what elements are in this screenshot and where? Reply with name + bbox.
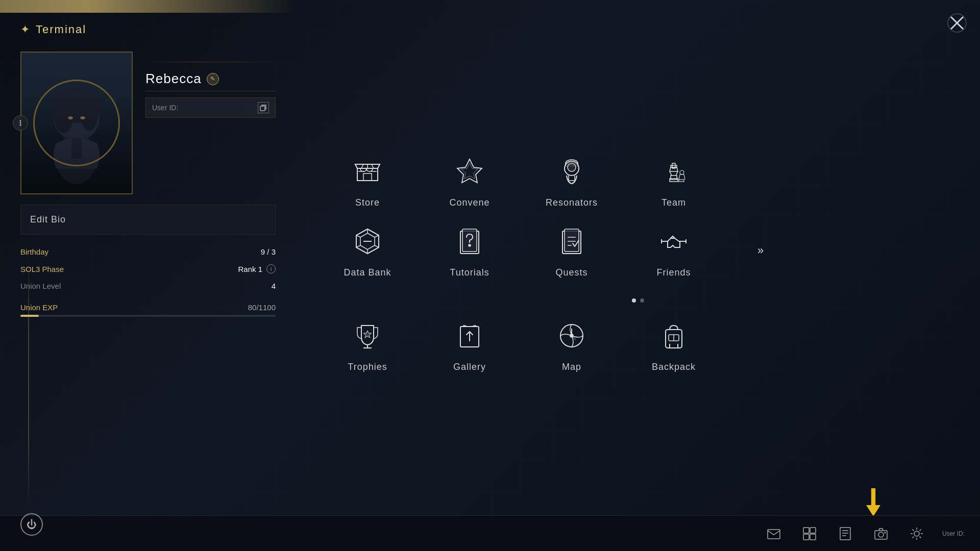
svg-marker-13 — [461, 163, 478, 179]
tutorials-label: Tutorials — [450, 267, 489, 278]
name-separator-top — [145, 62, 276, 62]
expand-arrow-button[interactable]: » — [745, 244, 776, 257]
union-level-value: 4 — [272, 282, 276, 290]
svg-rect-35 — [565, 229, 579, 252]
name-bar: Rebecca ✎ — [145, 71, 276, 91]
birthday-value: 9 / 3 — [261, 247, 276, 256]
sol3-label: SOL3 Phase — [20, 265, 64, 273]
menu-item-backpack[interactable]: Backpack — [643, 318, 704, 372]
exp-bar-background — [20, 315, 276, 317]
power-button[interactable]: ⏻ — [20, 513, 43, 536]
menu-item-resonators[interactable]: Resonators — [541, 154, 602, 208]
exp-bar-fill — [20, 315, 39, 317]
menu-item-convene[interactable]: Convene — [439, 154, 500, 208]
resonators-label: Resonators — [546, 197, 598, 208]
menu-item-quests[interactable]: Quests — [541, 223, 602, 278]
page-dot-1[interactable] — [632, 298, 636, 303]
convene-icon-svg — [455, 157, 484, 186]
svg-point-21 — [680, 170, 684, 174]
tutorials-icon-svg — [455, 227, 484, 256]
tutorials-icon — [452, 223, 487, 259]
svg-point-0 — [56, 133, 97, 184]
map-icon — [554, 318, 590, 354]
quests-label: Quests — [555, 267, 587, 278]
svg-line-29 — [356, 235, 360, 237]
menu-item-databank[interactable]: Data Bank — [337, 223, 398, 278]
menu-row-1: Store Convene — [337, 154, 939, 208]
player-name: Rebecca — [145, 71, 202, 87]
store-label: Store — [355, 197, 380, 208]
friends-label: Friends — [656, 267, 691, 278]
svg-point-1 — [54, 95, 100, 141]
svg-marker-38 — [363, 331, 372, 338]
top-accent-bar — [0, 0, 296, 13]
menu-row-3: Trophies Gallery — [337, 318, 939, 372]
frame-corner-br — [116, 178, 132, 193]
quests-icon — [554, 223, 590, 259]
friends-icon-svg — [659, 227, 688, 256]
svg-rect-17 — [671, 176, 677, 180]
right-panel: Store Convene — [296, 0, 980, 551]
friends-icon — [656, 223, 692, 259]
svg-rect-10 — [260, 106, 265, 111]
user-id-label: User ID: — [152, 104, 178, 112]
copy-id-button[interactable] — [258, 102, 269, 113]
menu-item-store[interactable]: Store — [337, 154, 398, 208]
character-silhouette — [31, 57, 122, 189]
store-icon-svg — [353, 157, 382, 186]
left-panel: ✦ Terminal — [0, 0, 296, 551]
edit-bio-button[interactable]: Edit Bio — [20, 205, 276, 235]
menu-row-2: Data Bank Tutorials — [337, 223, 939, 278]
exp-header: Union EXP 80/1100 — [20, 303, 276, 312]
svg-point-4 — [80, 95, 99, 131]
gallery-label: Gallery — [453, 362, 486, 372]
user-id-bar: User ID: — [145, 97, 276, 118]
exp-value: 80/1100 — [248, 303, 276, 312]
svg-rect-11 — [363, 173, 372, 181]
team-icon-svg — [659, 157, 688, 186]
sol3-row: SOL3 Phase Rank 1 i — [20, 264, 276, 273]
copy-icon — [260, 104, 267, 111]
menu-item-map[interactable]: Map — [541, 318, 602, 372]
stats-section: Birthday 9 / 3 SOL3 Phase Rank 1 i Union… — [20, 247, 276, 290]
backpack-icon — [656, 318, 692, 354]
menu-grid: Store Convene — [337, 154, 939, 372]
quests-icon-svg — [557, 227, 586, 256]
birthday-label: Birthday — [20, 247, 48, 256]
gallery-icon — [452, 318, 487, 354]
team-icon — [656, 154, 692, 189]
resonators-icon — [554, 154, 590, 189]
databank-label: Data Bank — [344, 267, 391, 278]
menu-item-friends[interactable]: Friends — [643, 223, 704, 278]
menu-item-tutorials[interactable]: Tutorials — [439, 223, 500, 278]
menu-item-gallery[interactable]: Gallery — [439, 318, 500, 372]
trophies-label: Trophies — [348, 362, 387, 372]
svg-point-2 — [51, 87, 102, 123]
svg-line-25 — [375, 235, 379, 237]
svg-line-28 — [356, 245, 360, 247]
sol3-info-icon[interactable]: i — [266, 264, 276, 273]
menu-item-trophies[interactable]: Trophies — [337, 318, 398, 372]
backpack-icon-svg — [659, 321, 688, 350]
team-label: Team — [662, 197, 686, 208]
main-container: ✦ Terminal — [0, 0, 980, 551]
databank-icon-svg — [353, 227, 382, 256]
svg-point-3 — [54, 92, 74, 133]
frame-corner-tl — [21, 53, 37, 68]
svg-point-6 — [80, 116, 85, 119]
union-level-label: Union Level — [20, 282, 61, 290]
backpack-label: Backpack — [652, 362, 696, 372]
avatar-frame — [20, 52, 133, 194]
menu-item-team[interactable]: Team — [643, 154, 704, 208]
terminal-icon: ✦ — [20, 23, 30, 36]
trophies-icon-svg — [353, 321, 382, 350]
trophies-icon — [350, 318, 385, 354]
gallery-icon-svg — [455, 321, 484, 350]
svg-point-5 — [68, 116, 73, 119]
pagination-dots — [337, 298, 939, 303]
edit-name-button[interactable]: ✎ — [207, 73, 219, 85]
profile-info: Rebecca ✎ User ID: — [145, 52, 276, 118]
terminal-header: ✦ Terminal — [20, 15, 276, 36]
page-dot-2[interactable] — [640, 298, 644, 303]
exp-label: Union EXP — [20, 303, 58, 312]
